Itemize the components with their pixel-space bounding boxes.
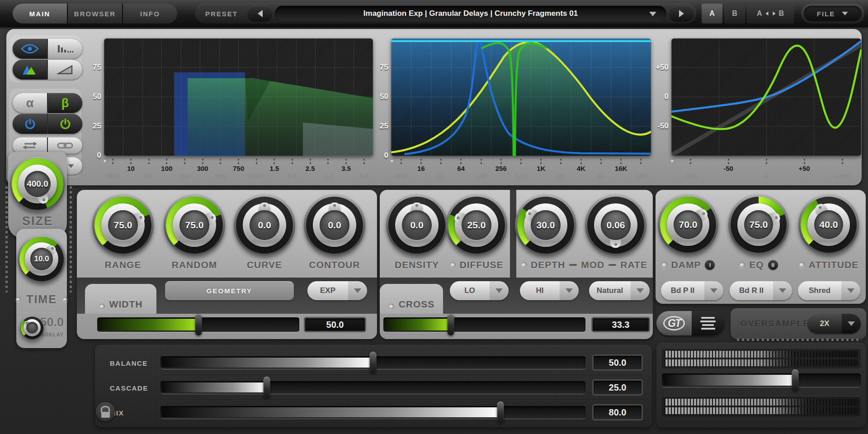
balance-slider[interactable] [160, 356, 585, 369]
balance-label: BALANCE [110, 359, 148, 367]
swap-button[interactable] [13, 137, 47, 154]
tab-info[interactable]: INFO [123, 4, 177, 24]
compare-b-button[interactable]: B [724, 4, 745, 24]
slider-handle[interactable] [264, 377, 270, 398]
geometry-button[interactable]: GEOMETRY [165, 281, 294, 300]
knob-face [26, 322, 38, 334]
left-triangle-icon [765, 12, 768, 16]
compare-a-label: A [709, 9, 715, 18]
chevron-down-icon [354, 288, 361, 293]
file-menu-button[interactable]: FILE [801, 4, 864, 24]
contour-knob[interactable]: 0.0 [304, 194, 365, 256]
tick-mark-icon [420, 159, 422, 164]
y-tick-label: 75 [369, 63, 388, 72]
width-value[interactable]: 50.0 [304, 317, 366, 332]
mod-shape-select[interactable]: Natural [589, 281, 650, 300]
mix-value[interactable]: 80.0 [592, 404, 643, 420]
power-a-button[interactable] [13, 114, 47, 134]
tone-panel: 70.075.040.0DAMPIEQIIATTITUDEBd P IIBd R… [656, 190, 866, 304]
oversample-select[interactable]: 2X [807, 314, 861, 334]
range-knob[interactable]: 75.0 [92, 194, 154, 256]
preset-display[interactable]: Imagination Exp | Granular Delays | Crun… [275, 6, 666, 21]
tick-mark-icon [184, 159, 185, 164]
x-tick-label-minor: 50 [145, 173, 153, 181]
slider-handle[interactable] [497, 401, 504, 423]
shape-select[interactable]: EXP [307, 281, 367, 300]
tick-mark-icon [620, 159, 622, 164]
cross-slider[interactable] [383, 317, 585, 332]
size-knob[interactable]: 400.0 [10, 156, 65, 212]
power-b-button[interactable] [48, 114, 82, 134]
transfer-curve-plot[interactable] [671, 38, 861, 156]
tick-mark-icon [274, 159, 275, 164]
mix-lock-button[interactable] [96, 402, 115, 421]
tab-main[interactable]: MAIN [13, 4, 67, 24]
time-led-left [16, 297, 21, 302]
cross-value[interactable]: 33.3 [591, 317, 650, 332]
triangle-outline-button[interactable] [48, 60, 82, 80]
dual-triangles-button[interactable] [13, 60, 47, 80]
output-level-slider[interactable] [662, 373, 861, 387]
slider-handle[interactable] [792, 369, 798, 391]
predelay-knob[interactable] [20, 316, 44, 340]
curve-knob[interactable]: 0.0 [234, 194, 295, 256]
spectrum-plot[interactable] [391, 38, 651, 156]
attitude-mode-select[interactable]: Shred [798, 281, 860, 300]
tab-browser[interactable]: BROWSER [68, 4, 122, 24]
time-knob[interactable]: 10.0 [18, 235, 66, 283]
diffuse-knob[interactable]: 25.0 [446, 194, 507, 256]
output-meters-panel [656, 343, 866, 428]
slider-handle[interactable] [447, 314, 454, 335]
width-led [99, 304, 105, 310]
swap-icon [21, 140, 39, 151]
size-panel: SIZE 400.0 [8, 152, 67, 239]
gt-logo-button[interactable]: GT [656, 311, 692, 335]
x-tick-label-major: 3.5 [341, 165, 351, 173]
grain-envelope-plot[interactable] [104, 38, 373, 156]
depth-knob[interactable]: 30.0 [515, 194, 576, 256]
x-tick-label-minor: 8K [597, 173, 605, 181]
balance-value[interactable]: 50.0 [592, 354, 643, 371]
preset-list-button[interactable] [692, 311, 724, 335]
compare-ab-button[interactable]: A B [747, 4, 794, 24]
x-tick-label-major: 100 [161, 165, 172, 173]
width-slider[interactable] [97, 317, 299, 332]
damp-mode-select[interactable]: Bd P II [661, 281, 723, 300]
compare-a-button[interactable]: A [702, 4, 722, 24]
sidebar-row-5 [13, 137, 82, 154]
tick-mark-icon [345, 159, 347, 164]
eq-badge[interactable]: II [768, 260, 778, 270]
link-button[interactable] [48, 137, 82, 154]
preset-next-button[interactable] [669, 6, 693, 21]
chevron-down-icon [848, 321, 855, 326]
meter-bars-button[interactable] [48, 39, 82, 59]
attitude-knob[interactable]: 40.0 [798, 194, 859, 255]
x-tick: 8K [591, 159, 611, 182]
diffuse-label: DIFFUSE [440, 259, 513, 270]
slider-fill [162, 358, 372, 368]
preset-prev-button[interactable] [248, 6, 272, 21]
eq-mode-select[interactable]: Bd R II [730, 281, 792, 300]
cascade-value[interactable]: 25.0 [592, 379, 643, 396]
eq-knob[interactable]: 75.0 [728, 194, 789, 255]
mix-slider[interactable] [160, 406, 585, 419]
slider-handle[interactable] [195, 314, 202, 335]
cascade-slider[interactable] [160, 381, 585, 394]
alpha-button[interactable]: α [13, 93, 47, 113]
slider-handle[interactable] [370, 352, 377, 373]
density-knob[interactable]: 0.0 [386, 194, 448, 256]
damp-badge[interactable]: I [705, 260, 715, 270]
beta-button[interactable]: β [48, 93, 82, 113]
label-text: RATE [620, 259, 647, 270]
preset-dropdown-icon[interactable] [649, 12, 656, 16]
damp-knob[interactable]: 70.0 [658, 194, 718, 255]
input-meter-bar-2 [665, 359, 858, 366]
rate-knob[interactable]: 0.06 [585, 194, 646, 256]
x-tick: 1K [531, 159, 551, 182]
x-tick: 3.0 [319, 159, 337, 182]
lo-select[interactable]: LO [450, 281, 509, 300]
random-knob[interactable]: 75.0 [164, 194, 225, 256]
time-panel: TIME 50.0 PREDELAY 10.0 [16, 229, 67, 348]
hi-select[interactable]: HI [520, 281, 579, 300]
eye-button[interactable] [13, 39, 47, 59]
